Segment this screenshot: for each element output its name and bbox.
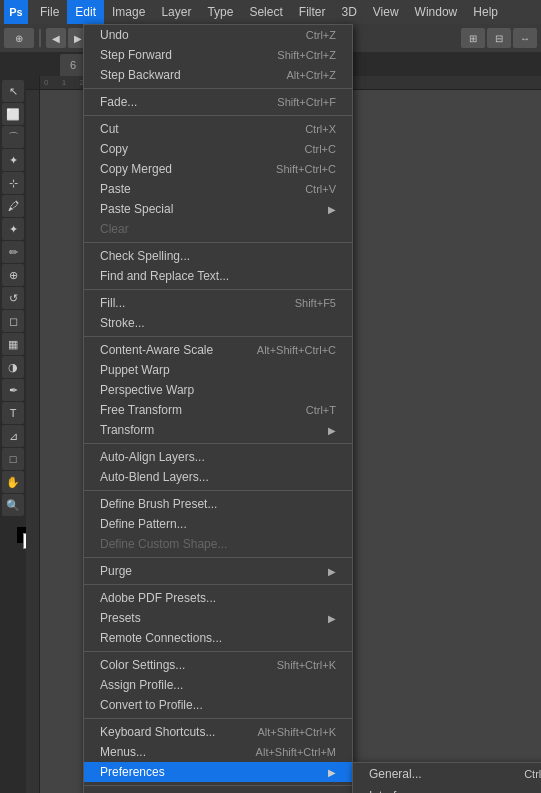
sep9 [84, 584, 352, 585]
menu-convert-profile[interactable]: Convert to Profile... [84, 695, 352, 715]
menu-paste[interactable]: Paste Ctrl+V [84, 179, 352, 199]
app-logo: Ps [4, 0, 28, 24]
sep10 [84, 651, 352, 652]
menu-color-settings[interactable]: Color Settings... Shift+Ctrl+K [84, 655, 352, 675]
toolbar-move[interactable]: ⊕ [4, 28, 34, 48]
menu-auto-align[interactable]: Auto-Align Layers... [84, 447, 352, 467]
sep8 [84, 557, 352, 558]
sep11 [84, 718, 352, 719]
sep4 [84, 289, 352, 290]
menu-cut[interactable]: Cut Ctrl+X [84, 119, 352, 139]
tool-pen[interactable]: ✒ [2, 379, 24, 401]
toolbar-zoom3[interactable]: ↔ [513, 28, 537, 48]
menu-auto-blend[interactable]: Auto-Blend Layers... [84, 467, 352, 487]
menu-adobe-pdf-presets[interactable]: Adobe PDF Presets... [84, 588, 352, 608]
menu-3d[interactable]: 3D [333, 0, 364, 24]
menu-type[interactable]: Type [199, 0, 241, 24]
menu-step-backward[interactable]: Step Backward Alt+Ctrl+Z [84, 65, 352, 85]
tool-brush[interactable]: ✏ [2, 241, 24, 263]
tool-rect-select[interactable]: ⬜ [2, 103, 24, 125]
menu-stroke[interactable]: Stroke... [84, 313, 352, 333]
menu-perspective-warp[interactable]: Perspective Warp [84, 380, 352, 400]
sep12 [84, 785, 352, 786]
menu-presets[interactable]: Presets ▶ [84, 608, 352, 628]
menu-define-brush[interactable]: Define Brush Preset... [84, 494, 352, 514]
menu-undo[interactable]: Undo Ctrl+Z [84, 25, 352, 45]
menu-purge[interactable]: Purge ▶ [84, 561, 352, 581]
ruler-corner-box [26, 76, 40, 90]
menu-filter[interactable]: Filter [291, 0, 334, 24]
menu-define-custom-shape: Define Custom Shape... [84, 534, 352, 554]
menu-file[interactable]: File [32, 0, 67, 24]
ruler-vertical [26, 90, 40, 793]
left-toolbar: ↖ ⬜ ⌒ ✦ ⊹ 🖍 ✦ ✏ ⊕ ↺ ◻ ▦ ◑ ✒ T ⊿ □ ✋ 🔍 [0, 76, 26, 793]
tool-zoom[interactable]: 🔍 [2, 494, 24, 516]
menu-window[interactable]: Window [407, 0, 466, 24]
menu-define-pattern[interactable]: Define Pattern... [84, 514, 352, 534]
preferences-submenu: General... Ctrl+K Interface... Workspace… [352, 762, 541, 793]
menu-edit[interactable]: Edit [67, 0, 104, 24]
tool-eyedropper[interactable]: 🖍 [2, 195, 24, 217]
menu-transform[interactable]: Transform ▶ [84, 420, 352, 440]
tool-eraser[interactable]: ◻ [2, 310, 24, 332]
tool-clone[interactable]: ⊕ [2, 264, 24, 286]
menu-layer[interactable]: Layer [153, 0, 199, 24]
tool-hand[interactable]: ✋ [2, 471, 24, 493]
menu-remote-connections[interactable]: Remote Connections... [84, 628, 352, 648]
menu-keyboard-shortcuts[interactable]: Keyboard Shortcuts... Alt+Shift+Ctrl+K [84, 722, 352, 742]
pref-general[interactable]: General... Ctrl+K [353, 763, 541, 785]
toolbar-btn1[interactable]: ◀ [46, 28, 66, 48]
tool-move[interactable]: ↖ [2, 80, 24, 102]
menu-select[interactable]: Select [241, 0, 290, 24]
tool-spot-heal[interactable]: ✦ [2, 218, 24, 240]
menu-fade[interactable]: Fade... Shift+Ctrl+F [84, 92, 352, 112]
menu-free-transform[interactable]: Free Transform Ctrl+T [84, 400, 352, 420]
menu-assign-profile[interactable]: Assign Profile... [84, 675, 352, 695]
tool-type[interactable]: T [2, 402, 24, 424]
menu-puppet-warp[interactable]: Puppet Warp [84, 360, 352, 380]
menu-check-spelling[interactable]: Check Spelling... [84, 246, 352, 266]
menu-sync-settings[interactable]: Sync Settings ▶ [84, 789, 352, 793]
menu-step-forward[interactable]: Step Forward Shift+Ctrl+Z [84, 45, 352, 65]
menu-menus[interactable]: Menus... Alt+Shift+Ctrl+M [84, 742, 352, 762]
menu-view[interactable]: View [365, 0, 407, 24]
tool-path[interactable]: ⊿ [2, 425, 24, 447]
menu-clear: Clear [84, 219, 352, 239]
tool-gradient[interactable]: ▦ [2, 333, 24, 355]
tool-lasso[interactable]: ⌒ [2, 126, 24, 148]
menu-fill[interactable]: Fill... Shift+F5 [84, 293, 352, 313]
menu-content-aware-scale[interactable]: Content-Aware Scale Alt+Shift+Ctrl+C [84, 340, 352, 360]
pref-interface[interactable]: Interface... [353, 785, 541, 793]
sep7 [84, 490, 352, 491]
toolbar-zoom2[interactable]: ⊟ [487, 28, 511, 48]
sep5 [84, 336, 352, 337]
tool-crop[interactable]: ⊹ [2, 172, 24, 194]
menu-copy[interactable]: Copy Ctrl+C [84, 139, 352, 159]
sep2 [84, 115, 352, 116]
sep1 [84, 88, 352, 89]
menu-copy-merged[interactable]: Copy Merged Shift+Ctrl+C [84, 159, 352, 179]
menu-preferences[interactable]: Preferences ▶ General... Ctrl+K Interfac… [84, 762, 352, 782]
menu-help[interactable]: Help [465, 0, 506, 24]
edit-menu-dropdown: Undo Ctrl+Z Step Forward Shift+Ctrl+Z St… [83, 24, 353, 793]
menu-paste-special[interactable]: Paste Special ▶ [84, 199, 352, 219]
sep6 [84, 443, 352, 444]
tool-dodge[interactable]: ◑ [2, 356, 24, 378]
menu-image[interactable]: Image [104, 0, 153, 24]
menu-find-replace[interactable]: Find and Replace Text... [84, 266, 352, 286]
tool-shape[interactable]: □ [2, 448, 24, 470]
toolbar-zoom[interactable]: ⊞ [461, 28, 485, 48]
sep3 [84, 242, 352, 243]
tool-magic-wand[interactable]: ✦ [2, 149, 24, 171]
menu-bar: Ps File Edit Image Layer Type Select Fil… [0, 0, 541, 24]
tool-history[interactable]: ↺ [2, 287, 24, 309]
